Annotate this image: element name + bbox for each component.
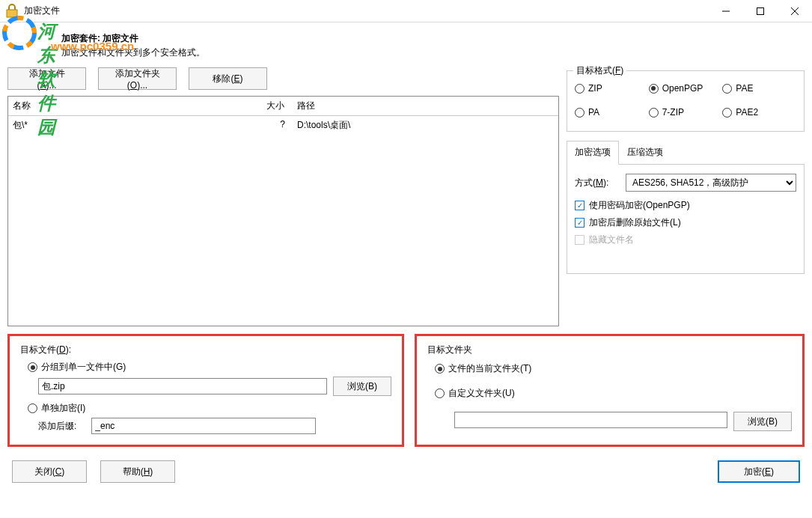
encrypt-button[interactable]: 加密(E) [718, 460, 800, 483]
tab-content: 方式(M): AES256, SHA512，高级防护 使用密码加密(OpenPG… [567, 165, 805, 274]
svg-rect-2 [757, 7, 764, 14]
col-name[interactable]: 名称 [8, 97, 240, 115]
radio-icon [28, 362, 37, 372]
help-button[interactable]: 帮助(H) [100, 460, 175, 483]
add-folder-button[interactable]: 添加文件夹(O)... [98, 67, 177, 90]
radio-icon [435, 388, 445, 398]
format-7zip[interactable]: 7-ZIP [649, 107, 723, 118]
window-controls [709, 0, 812, 22]
radio-group-single[interactable]: 分组到单一文件中(G) [28, 361, 391, 374]
radio-icon [575, 108, 584, 118]
add-file-button[interactable]: 添加文件(A)... [7, 67, 86, 90]
checkbox-icon [575, 218, 584, 228]
cell-path: D:\tools\桌面\ [293, 118, 558, 133]
radio-icon [722, 108, 732, 118]
format-pae2[interactable]: PAE2 [722, 107, 796, 118]
target-folder-panel: 目标文件夹 文件的当前文件夹(T) 自定义文件夹(U) 浏览(B) [415, 334, 805, 447]
col-size[interactable]: 大小 [240, 97, 293, 115]
close-button[interactable] [778, 0, 812, 22]
method-label: 方式(M): [575, 177, 620, 189]
close-dialog-button[interactable]: 关闭(C) [12, 460, 87, 483]
list-body: 包\* ? D:\tools\桌面\ [8, 116, 558, 326]
list-header: 名称 大小 路径 [8, 97, 558, 116]
method-select[interactable]: AES256, SHA512，高级防护 [626, 174, 796, 192]
radio-encrypt-single[interactable]: 单独加密(I) [28, 402, 391, 415]
file-list: 名称 大小 路径 包\* ? D:\tools\桌面\ [7, 96, 559, 326]
suffix-input[interactable] [91, 418, 316, 434]
header-title: 加密套件: 加密文件 [61, 31, 812, 46]
svg-rect-0 [7, 10, 17, 17]
header-subtitle: 加密文件和文件夹到多个安全格式。 [61, 46, 812, 60]
format-zip[interactable]: ZIP [575, 83, 649, 94]
remove-button[interactable]: 移除(E) [189, 67, 267, 90]
col-path[interactable]: 路径 [293, 97, 558, 115]
format-fieldset: 目标格式(F) ZIP OpenPGP PAE PA 7-ZIP PAE2 [567, 70, 805, 132]
title-bar: 加密文件 [0, 0, 812, 22]
filename-input[interactable] [38, 378, 327, 394]
tabs: 加密选项 压缩选项 [567, 141, 805, 165]
toolbar: 添加文件(A)... 添加文件夹(O)... 移除(E) [7, 67, 559, 90]
list-row[interactable]: 包\* ? D:\tools\桌面\ [8, 116, 558, 135]
radio-icon [435, 364, 445, 374]
target-file-title: 目标文件(D): [20, 344, 391, 356]
format-title: 目标格式(F) [573, 64, 626, 77]
checkbox-icon [575, 201, 584, 210]
radio-icon [575, 84, 584, 94]
browse-file-button[interactable]: 浏览(B) [333, 377, 391, 396]
format-openpgp[interactable]: OpenPGP [649, 83, 723, 94]
chk-delete[interactable]: 加密后删除原始文件(L) [575, 216, 796, 229]
target-file-panel: 目标文件(D): 分组到单一文件中(G) 浏览(B) 单独加密(I) 添加后缀: [7, 334, 404, 447]
radio-icon [649, 108, 659, 118]
chk-password[interactable]: 使用密码加密(OpenPGP) [575, 199, 796, 212]
folder-path-input[interactable] [454, 412, 727, 428]
cell-name: 包\* [8, 118, 240, 133]
radio-current-folder[interactable]: 文件的当前文件夹(T) [435, 362, 792, 375]
app-icon [4, 4, 19, 19]
radio-icon [649, 84, 659, 94]
maximize-button[interactable] [743, 0, 778, 22]
cell-size: ? [240, 118, 293, 133]
format-pae[interactable]: PAE [722, 83, 796, 94]
header: 加密套件: 加密文件 加密文件和文件夹到多个安全格式。 [0, 22, 812, 67]
radio-custom-folder[interactable]: 自定义文件夹(U) [435, 387, 792, 400]
tab-encrypt[interactable]: 加密选项 [567, 141, 619, 165]
tab-compress[interactable]: 压缩选项 [619, 141, 671, 164]
format-pa[interactable]: PA [575, 107, 649, 118]
footer: 关闭(C) 帮助(H) 加密(E) [0, 454, 812, 489]
chk-hide: 隐藏文件名 [575, 234, 796, 246]
window-title: 加密文件 [24, 4, 60, 17]
minimize-button[interactable] [709, 0, 743, 22]
radio-icon [722, 84, 732, 94]
target-folder-title: 目标文件夹 [427, 344, 792, 356]
checkbox-icon [575, 235, 584, 245]
suffix-label: 添加后缀: [38, 420, 76, 433]
radio-icon [28, 403, 37, 413]
browse-folder-button[interactable]: 浏览(B) [733, 412, 792, 431]
